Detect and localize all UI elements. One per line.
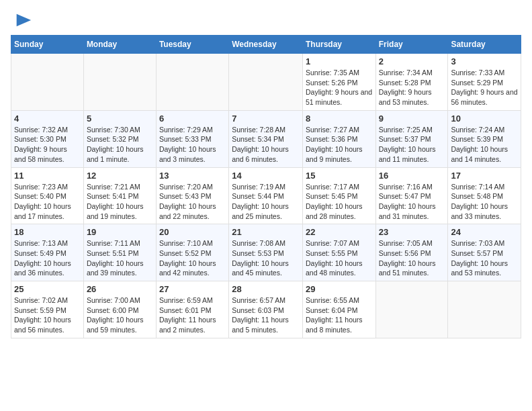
calendar-table: SundayMondayTuesdayWednesdayThursdayFrid…	[11, 35, 521, 338]
day-info: Sunrise: 7:10 AMSunset: 5:52 PMDaylight:…	[159, 238, 226, 278]
day-info: Sunrise: 6:57 AMSunset: 6:03 PMDaylight:…	[232, 295, 300, 335]
header-row: SundayMondayTuesdayWednesdayThursdayFrid…	[11, 36, 521, 54]
day-number: 11	[14, 171, 81, 181]
calendar-cell: 19Sunrise: 7:11 AMSunset: 5:51 PMDayligh…	[83, 224, 156, 281]
calendar-cell: 22Sunrise: 7:07 AMSunset: 5:55 PMDayligh…	[302, 224, 375, 281]
week-row-0: 1Sunrise: 7:35 AMSunset: 5:26 PMDaylight…	[11, 54, 521, 111]
day-number: 26	[87, 284, 153, 294]
calendar-cell: 26Sunrise: 7:00 AMSunset: 6:00 PMDayligh…	[83, 281, 156, 338]
day-number: 24	[451, 227, 518, 237]
calendar-cell: 12Sunrise: 7:21 AMSunset: 5:41 PMDayligh…	[83, 167, 156, 224]
day-number: 13	[159, 171, 226, 181]
calendar-cell	[83, 54, 156, 111]
calendar-cell	[229, 54, 303, 111]
day-number: 9	[379, 113, 445, 124]
calendar-cell	[448, 281, 521, 338]
day-info: Sunrise: 7:28 AMSunset: 5:34 PMDaylight:…	[232, 125, 300, 165]
calendar-header: SundayMondayTuesdayWednesdayThursdayFrid…	[11, 36, 521, 54]
header-day-sunday: Sunday	[11, 36, 84, 54]
day-info: Sunrise: 7:07 AMSunset: 5:55 PMDaylight:…	[306, 238, 373, 278]
calendar-cell: 16Sunrise: 7:16 AMSunset: 5:47 PMDayligh…	[375, 167, 448, 224]
day-info: Sunrise: 7:34 AMSunset: 5:28 PMDaylight:…	[379, 68, 445, 107]
calendar-cell: 13Sunrise: 7:20 AMSunset: 5:43 PMDayligh…	[156, 167, 228, 224]
calendar-cell: 4Sunrise: 7:32 AMSunset: 5:30 PMDaylight…	[11, 110, 84, 167]
calendar-cell: 2Sunrise: 7:34 AMSunset: 5:28 PMDaylight…	[375, 54, 448, 111]
calendar-cell: 5Sunrise: 7:30 AMSunset: 5:32 PMDaylight…	[83, 110, 156, 167]
day-info: Sunrise: 7:30 AMSunset: 5:32 PMDaylight:…	[87, 125, 153, 165]
svg-marker-0	[17, 14, 31, 27]
day-info: Sunrise: 7:33 AMSunset: 5:29 PMDaylight:…	[451, 68, 518, 107]
day-number: 10	[451, 113, 518, 124]
calendar-cell: 6Sunrise: 7:29 AMSunset: 5:33 PMDaylight…	[156, 110, 228, 167]
calendar-cell: 15Sunrise: 7:17 AMSunset: 5:45 PMDayligh…	[302, 167, 375, 224]
day-info: Sunrise: 7:23 AMSunset: 5:40 PMDaylight:…	[14, 182, 81, 222]
day-number: 20	[159, 227, 226, 237]
day-number: 27	[159, 284, 226, 294]
header	[11, 11, 521, 30]
day-number: 3	[451, 56, 518, 66]
day-number: 5	[87, 113, 153, 124]
day-number: 12	[87, 171, 153, 181]
day-info: Sunrise: 7:16 AMSunset: 5:47 PMDaylight:…	[379, 182, 445, 222]
calendar-cell: 14Sunrise: 7:19 AMSunset: 5:44 PMDayligh…	[229, 167, 303, 224]
day-number: 4	[14, 113, 81, 124]
calendar-cell: 20Sunrise: 7:10 AMSunset: 5:52 PMDayligh…	[156, 224, 228, 281]
day-number: 19	[87, 227, 153, 237]
day-info: Sunrise: 7:00 AMSunset: 6:00 PMDaylight:…	[87, 295, 153, 335]
day-number: 15	[306, 171, 373, 181]
calendar-cell: 18Sunrise: 7:13 AMSunset: 5:49 PMDayligh…	[11, 224, 84, 281]
logo	[11, 11, 32, 30]
header-day-saturday: Saturday	[448, 36, 521, 54]
day-info: Sunrise: 7:29 AMSunset: 5:33 PMDaylight:…	[159, 125, 226, 165]
day-number: 23	[379, 227, 445, 237]
calendar-body: 1Sunrise: 7:35 AMSunset: 5:26 PMDaylight…	[11, 54, 521, 338]
day-info: Sunrise: 7:35 AMSunset: 5:26 PMDaylight:…	[306, 68, 373, 107]
calendar-cell: 23Sunrise: 7:05 AMSunset: 5:56 PMDayligh…	[375, 224, 448, 281]
calendar-cell: 29Sunrise: 6:55 AMSunset: 6:04 PMDayligh…	[302, 281, 375, 338]
calendar-cell: 7Sunrise: 7:28 AMSunset: 5:34 PMDaylight…	[229, 110, 303, 167]
day-info: Sunrise: 7:13 AMSunset: 5:49 PMDaylight:…	[14, 238, 81, 278]
day-info: Sunrise: 7:17 AMSunset: 5:45 PMDaylight:…	[306, 182, 373, 222]
logo-icon	[13, 11, 32, 30]
day-info: Sunrise: 6:59 AMSunset: 6:01 PMDaylight:…	[159, 295, 226, 335]
day-info: Sunrise: 6:55 AMSunset: 6:04 PMDaylight:…	[306, 295, 373, 335]
day-number: 22	[306, 227, 373, 237]
week-row-1: 4Sunrise: 7:32 AMSunset: 5:30 PMDaylight…	[11, 110, 521, 167]
calendar-cell: 9Sunrise: 7:25 AMSunset: 5:37 PMDaylight…	[375, 110, 448, 167]
calendar-cell	[11, 54, 84, 111]
week-row-3: 18Sunrise: 7:13 AMSunset: 5:49 PMDayligh…	[11, 224, 521, 281]
header-day-thursday: Thursday	[302, 36, 375, 54]
day-info: Sunrise: 7:03 AMSunset: 5:57 PMDaylight:…	[451, 238, 518, 278]
header-day-tuesday: Tuesday	[156, 36, 228, 54]
day-number: 7	[232, 113, 300, 124]
day-number: 1	[306, 56, 373, 66]
day-number: 2	[379, 56, 445, 66]
week-row-2: 11Sunrise: 7:23 AMSunset: 5:40 PMDayligh…	[11, 167, 521, 224]
day-info: Sunrise: 7:19 AMSunset: 5:44 PMDaylight:…	[232, 182, 300, 222]
day-number: 29	[306, 284, 373, 294]
day-info: Sunrise: 7:05 AMSunset: 5:56 PMDaylight:…	[379, 238, 445, 278]
day-number: 18	[14, 227, 81, 237]
header-day-wednesday: Wednesday	[229, 36, 303, 54]
day-number: 16	[379, 171, 445, 181]
day-number: 14	[232, 171, 300, 181]
day-number: 17	[451, 171, 518, 181]
calendar-cell: 28Sunrise: 6:57 AMSunset: 6:03 PMDayligh…	[229, 281, 303, 338]
day-info: Sunrise: 7:21 AMSunset: 5:41 PMDaylight:…	[87, 182, 153, 222]
calendar-cell: 17Sunrise: 7:14 AMSunset: 5:48 PMDayligh…	[448, 167, 521, 224]
day-info: Sunrise: 7:20 AMSunset: 5:43 PMDaylight:…	[159, 182, 226, 222]
week-row-4: 25Sunrise: 7:02 AMSunset: 5:59 PMDayligh…	[11, 281, 521, 338]
calendar-cell	[156, 54, 228, 111]
day-info: Sunrise: 7:32 AMSunset: 5:30 PMDaylight:…	[14, 125, 81, 165]
calendar-cell: 24Sunrise: 7:03 AMSunset: 5:57 PMDayligh…	[448, 224, 521, 281]
day-number: 25	[14, 284, 81, 294]
day-info: Sunrise: 7:24 AMSunset: 5:39 PMDaylight:…	[451, 125, 518, 165]
day-info: Sunrise: 7:27 AMSunset: 5:36 PMDaylight:…	[306, 125, 373, 165]
header-day-friday: Friday	[375, 36, 448, 54]
calendar-cell: 3Sunrise: 7:33 AMSunset: 5:29 PMDaylight…	[448, 54, 521, 111]
day-info: Sunrise: 7:02 AMSunset: 5:59 PMDaylight:…	[14, 295, 81, 335]
calendar-cell: 25Sunrise: 7:02 AMSunset: 5:59 PMDayligh…	[11, 281, 84, 338]
header-day-monday: Monday	[83, 36, 156, 54]
calendar-cell	[375, 281, 448, 338]
day-number: 8	[306, 113, 373, 124]
